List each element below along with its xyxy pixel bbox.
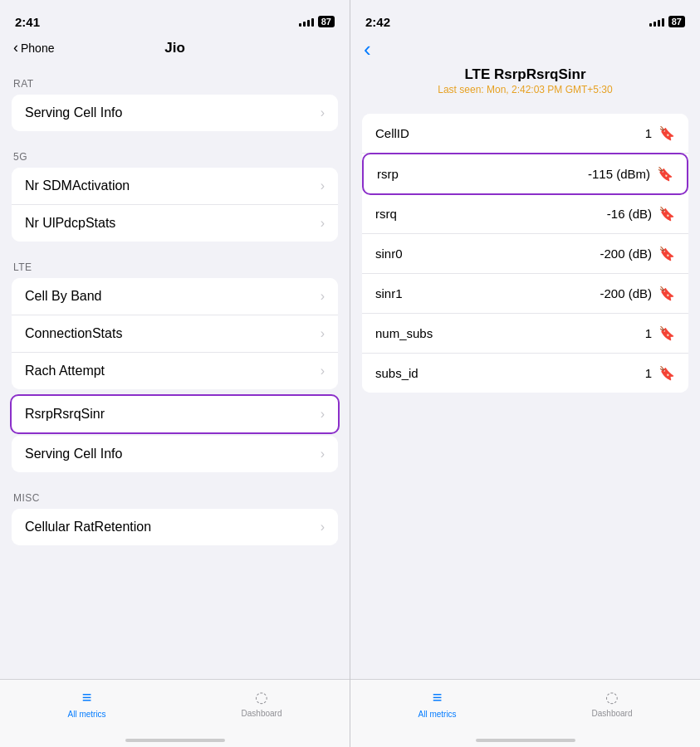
- home-indicator: [125, 739, 225, 742]
- rsrp-value: -115 (dBm): [588, 167, 650, 181]
- rsrq-bookmark-icon[interactable]: 🔖: [658, 206, 675, 222]
- data-row-sinr1: sinr1 -200 (dB) 🔖: [362, 274, 688, 314]
- rsrp-right: -115 (dBm) 🔖: [588, 166, 673, 182]
- list-item-cell-by-band[interactable]: Cell By Band ›: [12, 278, 338, 315]
- rsrp-bookmark-icon[interactable]: 🔖: [657, 166, 673, 182]
- serving-cell-lte-label: Serving Cell Info: [25, 447, 122, 461]
- tab-dashboard-left[interactable]: ◌ Dashboard: [242, 688, 282, 718]
- data-row-rsrp: rsrp -115 (dBm) 🔖: [362, 153, 688, 195]
- rsrq-value: -16 (dB): [607, 207, 652, 221]
- left-status-bar: 2:41 87: [0, 0, 350, 37]
- rsrq-right: -16 (dB) 🔖: [607, 206, 675, 222]
- rsrq-key: rsrq: [375, 207, 397, 221]
- sinr0-key: sinr0: [375, 247, 403, 261]
- sinr0-bookmark-icon[interactable]: 🔖: [658, 246, 675, 261]
- list-item-rach-attempt[interactable]: Rach Attempt ›: [12, 353, 338, 389]
- battery-badge: 87: [318, 16, 335, 27]
- right-time: 2:42: [365, 15, 390, 29]
- chevron-icon: ›: [321, 178, 325, 193]
- right-back-button[interactable]: ‹: [364, 38, 371, 60]
- dashboard-icon: ◌: [255, 688, 268, 706]
- list-item-rsrp-rsrq-sinr[interactable]: RsrpRsrqSinr ›: [10, 394, 340, 434]
- right-content: CellID 1 🔖 rsrp -115 (dBm) 🔖 rsrq -16 (d…: [350, 102, 700, 747]
- num-subs-bookmark-icon[interactable]: 🔖: [658, 325, 675, 341]
- right-status-bar: 2:42 87: [350, 0, 700, 37]
- battery-badge: 87: [668, 16, 685, 27]
- right-tab-bar: ≡ All metrics ◌ Dashboard: [350, 679, 700, 747]
- all-metrics-icon-right: ≡: [433, 688, 443, 707]
- left-time: 2:41: [15, 15, 40, 29]
- sinr0-value: -200 (dB): [600, 247, 652, 261]
- 5g-list-group: Nr SDMActivation › Nr UlPdcpStats ›: [12, 168, 338, 242]
- nr-ulpdcp-label: Nr UlPdcpStats: [25, 216, 115, 231]
- num-subs-value: 1: [645, 326, 652, 340]
- data-row-rsrq: rsrq -16 (dB) 🔖: [362, 194, 688, 234]
- left-panel: 2:41 87 ‹ Phone Jio RAT Serving Cell Inf…: [0, 0, 350, 747]
- all-metrics-label: All metrics: [67, 710, 105, 719]
- signal-icon: [299, 17, 314, 27]
- dashboard-icon-right: ◌: [605, 688, 619, 706]
- cellular-rat-label: Cellular RatRetention: [25, 520, 151, 535]
- list-item-nr-sdm[interactable]: Nr SDMActivation ›: [12, 168, 338, 205]
- sinr1-key: sinr1: [375, 286, 403, 300]
- lte-serving-cell-group: Serving Cell Info ›: [12, 436, 338, 472]
- num-subs-key: num_subs: [375, 326, 433, 340]
- list-item-connection-stats[interactable]: ConnectionStats ›: [12, 315, 338, 353]
- sinr1-bookmark-icon[interactable]: 🔖: [658, 286, 675, 301]
- list-item-cellular-rat[interactable]: Cellular RatRetention ›: [12, 509, 338, 545]
- dashboard-label: Dashboard: [242, 709, 282, 718]
- list-item-serving-cell-lte[interactable]: Serving Cell Info ›: [12, 436, 338, 472]
- sinr1-value: -200 (dB): [600, 286, 652, 300]
- data-row-num-subs: num_subs 1 🔖: [362, 314, 688, 354]
- chevron-icon: ›: [321, 326, 325, 341]
- list-item-serving-cell-info-rat[interactable]: Serving Cell Info ›: [12, 95, 338, 131]
- data-row-subs-id: subs_id 1 🔖: [362, 354, 688, 393]
- subs-id-right: 1 🔖: [645, 365, 675, 381]
- right-nav-subtitle: Last seen: Mon, 2:42:03 PM GMT+5:30: [438, 84, 612, 95]
- rsrp-key: rsrp: [377, 167, 399, 181]
- left-nav-bar: ‹ Phone Jio: [0, 37, 350, 63]
- misc-list-group: Cellular RatRetention ›: [12, 509, 338, 545]
- home-indicator-right: [476, 739, 575, 742]
- left-status-icons: 87: [299, 16, 335, 27]
- tab-all-metrics-left[interactable]: ≡ All metrics: [67, 688, 105, 719]
- subs-id-key: subs_id: [375, 366, 419, 380]
- section-header-5g: 5G: [0, 136, 350, 168]
- right-nav-title: LTE RsrpRsrqSinr: [464, 66, 585, 83]
- lte-list-group: Cell By Band › ConnectionStats › Rach At…: [12, 278, 338, 389]
- subs-id-bookmark-icon[interactable]: 🔖: [658, 365, 675, 381]
- chevron-icon: ›: [321, 216, 325, 231]
- dashboard-label-right: Dashboard: [592, 709, 633, 718]
- cellid-bookmark-icon[interactable]: 🔖: [658, 125, 675, 141]
- connection-stats-label: ConnectionStats: [25, 326, 122, 341]
- tab-all-metrics-right[interactable]: ≡ All metrics: [418, 688, 456, 719]
- rach-attempt-label: Rach Attempt: [25, 364, 105, 378]
- data-row-cellid: CellID 1 🔖: [362, 114, 688, 154]
- all-metrics-icon: ≡: [82, 688, 92, 707]
- left-content: RAT Serving Cell Info › 5G Nr SDMActivat…: [0, 63, 350, 747]
- all-metrics-label-right: All metrics: [418, 710, 456, 719]
- left-back-label: Phone: [21, 42, 54, 55]
- data-row-sinr0: sinr0 -200 (dB) 🔖: [362, 234, 688, 274]
- cellid-key: CellID: [375, 126, 409, 140]
- cell-by-band-label: Cell By Band: [25, 289, 102, 304]
- right-panel: 2:42 87 ‹ LTE RsrpRsrqSinr Last seen: Mo…: [350, 0, 700, 747]
- signal-icon: [649, 17, 664, 27]
- rsrp-rsrq-sinr-label: RsrpRsrqSinr: [25, 407, 105, 422]
- rat-list-group: Serving Cell Info ›: [12, 95, 338, 131]
- chevron-icon: ›: [321, 520, 325, 535]
- tab-dashboard-right[interactable]: ◌ Dashboard: [592, 688, 633, 718]
- section-header-lte: LTE: [0, 247, 350, 278]
- subs-id-value: 1: [645, 366, 652, 380]
- right-status-icons: 87: [649, 16, 685, 27]
- chevron-icon: ›: [321, 364, 325, 378]
- cellid-value: 1: [645, 126, 652, 140]
- num-subs-right: 1 🔖: [645, 325, 675, 341]
- sinr0-right: -200 (dB) 🔖: [600, 246, 675, 261]
- left-back-button[interactable]: ‹ Phone: [13, 40, 54, 56]
- cellid-right: 1 🔖: [645, 125, 675, 141]
- chevron-icon: ›: [321, 105, 325, 120]
- list-item-nr-ulpdcp[interactable]: Nr UlPdcpStats ›: [12, 205, 338, 242]
- chevron-icon: ›: [321, 407, 325, 422]
- nr-sdm-label: Nr SDMActivation: [25, 178, 130, 193]
